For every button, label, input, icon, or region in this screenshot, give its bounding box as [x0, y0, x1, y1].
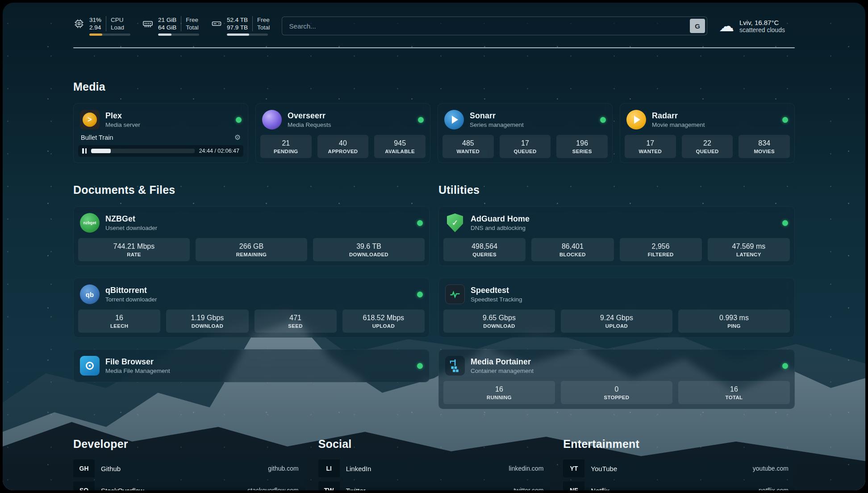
stat-queries: 498,564QUERIES	[443, 238, 526, 261]
status-dot	[236, 117, 242, 123]
status-dot	[782, 363, 788, 369]
radarr-icon	[626, 110, 646, 130]
disk-progress-bar	[227, 33, 268, 36]
ram-progress-bar	[158, 33, 199, 36]
overseerr-icon	[262, 110, 282, 130]
stat-available: 945AVAILABLE	[374, 135, 426, 158]
app-card-speedtest[interactable]: Speedtest Speedtest Tracking 9.65 GbpsDO…	[438, 278, 795, 338]
status-dot	[417, 220, 423, 226]
status-dot	[782, 117, 788, 123]
topbar-divider	[73, 47, 795, 48]
app-subtitle: Media File Management	[105, 368, 170, 374]
adguard-icon: ✓	[445, 213, 465, 233]
weather-widget: ☁ Lviv, 16.87°C scattered clouds	[719, 18, 795, 33]
now-playing-title: Bullet Train	[81, 134, 113, 141]
speedtest-icon	[445, 284, 465, 304]
stat-latency: 47.569 msLATENCY	[708, 238, 790, 261]
app-subtitle: Media server	[105, 121, 140, 128]
bookmark-name: YouTube	[591, 465, 617, 472]
playback-progress-track[interactable]	[91, 149, 195, 153]
bookmarks-social: Social LI LinkedIn linkedin.com TW Twitt…	[318, 438, 550, 490]
app-name: Overseerr	[288, 111, 331, 121]
stat-queued: 22QUEUED	[682, 135, 733, 158]
playback-time: 24:44 / 02:06:47	[199, 148, 239, 154]
bookmark-netflix[interactable]: NF Netflix netflix.com	[563, 481, 795, 490]
app-subtitle: Series management	[470, 121, 524, 128]
app-card-adguard[interactable]: ✓ AdGuard Home DNS and adblocking 498,56…	[438, 206, 795, 266]
nzbget-icon: nzbget	[80, 213, 100, 233]
app-name: Media Portainer	[471, 357, 534, 367]
stat-queued: 17QUEUED	[500, 135, 551, 158]
disk-total-value: 97.9 TB	[227, 24, 248, 31]
portainer-icon	[445, 356, 465, 376]
stat-ping: 0.993 msPING	[678, 309, 790, 333]
weather-condition: scattered clouds	[739, 26, 785, 33]
bookmark-twitter[interactable]: TW Twitter twitter.com	[318, 481, 550, 490]
disk-icon	[211, 18, 222, 29]
app-card-overseerr[interactable]: Overseerr Media Requests 21PENDING 40APP…	[255, 103, 430, 163]
stat-total: 16TOTAL	[678, 381, 790, 404]
app-card-plex[interactable]: > Plex Media server Bullet Train ⚙	[73, 103, 248, 163]
search-engine-button[interactable]: G	[690, 19, 705, 33]
app-subtitle: DNS and adblocking	[471, 225, 530, 231]
disk-label-bottom: Total	[257, 24, 270, 31]
bookmark-url: netflix.com	[759, 487, 789, 490]
app-name: AdGuard Home	[471, 214, 530, 224]
bookmark-abbr: TW	[318, 481, 340, 490]
app-name: Plex	[105, 111, 140, 121]
disk-label-top: Free	[257, 16, 270, 24]
stat-download: 9.65 GbpsDOWNLOAD	[443, 309, 555, 333]
app-name: qBittorrent	[105, 286, 157, 295]
status-dot	[418, 117, 424, 123]
bookmark-abbr: LI	[318, 460, 340, 477]
bookmark-name: Netflix	[591, 487, 609, 491]
stat-running: 16RUNNING	[443, 381, 555, 404]
bookmark-abbr: NF	[563, 481, 584, 490]
ram-label-top: Free	[186, 16, 199, 24]
bookmark-youtube[interactable]: YT YouTube youtube.com	[563, 460, 795, 477]
app-card-filebrowser[interactable]: File Browser Media File Management	[73, 349, 430, 382]
app-name: NZBGet	[105, 214, 157, 224]
stat-remaining: 266 GBREMAINING	[196, 238, 307, 261]
stat-blocked: 86,401BLOCKED	[531, 238, 613, 261]
cpu-progress-bar	[89, 33, 130, 36]
sonarr-icon	[444, 110, 464, 130]
bookmark-linkedin[interactable]: LI LinkedIn linkedin.com	[318, 460, 550, 477]
ram-free-value: 21 GiB	[158, 16, 176, 24]
app-name: Speedtest	[471, 286, 522, 295]
bookmark-url: github.com	[268, 465, 298, 472]
stat-pending: 21PENDING	[260, 135, 312, 158]
stat-approved: 40APPROVED	[317, 135, 369, 158]
app-card-sonarr[interactable]: Sonarr Series management 485WANTED 17QUE…	[438, 103, 613, 163]
stat-rate: 744.21 MbpsRATE	[78, 238, 190, 261]
bookmarks-grid: Developer GH Github github.com SO StackO…	[73, 438, 795, 490]
bookmark-github[interactable]: GH Github github.com	[73, 460, 305, 477]
bookmark-name: StackOverflow	[101, 487, 144, 491]
bookmark-url: twitter.com	[513, 487, 543, 490]
settings-gear-icon[interactable]: ⚙	[234, 133, 241, 142]
app-name: Radarr	[652, 111, 705, 121]
app-card-portainer[interactable]: Media Portainer Container management 16R…	[438, 349, 795, 409]
pause-icon[interactable]	[82, 148, 87, 154]
stat-upload: 9.24 GbpsUPLOAD	[561, 309, 672, 333]
app-card-nzbget[interactable]: nzbget NZBGet Usenet downloader 744.21 M…	[73, 206, 430, 266]
bookmark-abbr: SO	[73, 481, 95, 490]
stat-wanted: 17WANTED	[625, 135, 676, 158]
bookmark-stackoverflow[interactable]: SO StackOverflow stackoverflow.com	[73, 481, 305, 490]
app-subtitle: Speedtest Tracking	[471, 296, 522, 303]
app-card-radarr[interactable]: Radarr Movie management 17WANTED 22QUEUE…	[620, 103, 795, 163]
cpu-widget: 31% 2.94 CPU Load	[73, 16, 130, 36]
stat-filtered: 2,956FILTERED	[620, 238, 702, 261]
app-card-qbittorrent[interactable]: qb qBittorrent Torrent downloader 16LEEC…	[73, 278, 430, 338]
media-grid: > Plex Media server Bullet Train ⚙	[73, 103, 795, 163]
cpu-percent: 31%	[89, 16, 101, 24]
status-dot	[417, 363, 423, 369]
app-subtitle: Torrent downloader	[105, 296, 157, 303]
search-bar: G	[282, 17, 707, 35]
ram-icon	[142, 18, 154, 29]
stat-movies: 834MOVIES	[739, 135, 790, 158]
dashboard-window: 31% 2.94 CPU Load	[3, 3, 865, 490]
status-dot	[600, 117, 606, 123]
plex-icon: >	[80, 110, 100, 130]
search-input[interactable]	[282, 17, 707, 35]
